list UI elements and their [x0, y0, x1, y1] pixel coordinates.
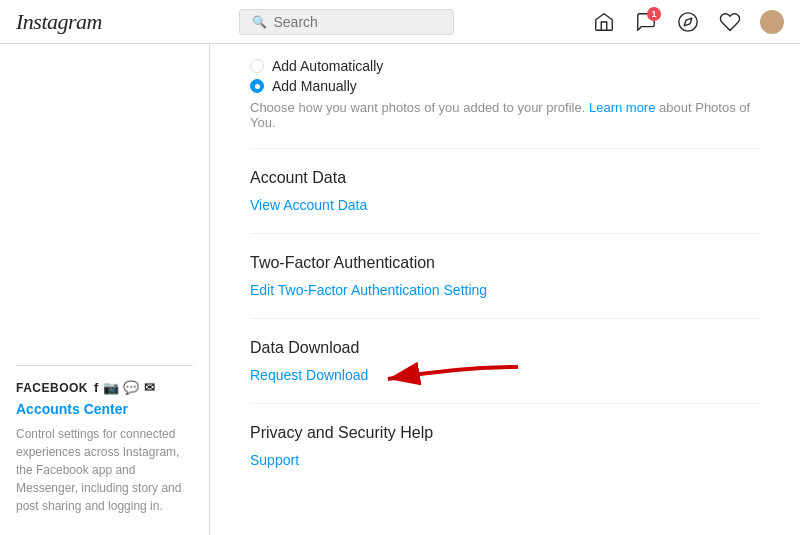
add-manually-option[interactable]: Add Manually — [250, 78, 760, 94]
instagram-small-icon: 📷 — [103, 380, 120, 395]
instagram-logo: Instagram — [16, 9, 102, 35]
facebook-section: FACEBOOK f 📷 💬 ✉ Accounts Center Control… — [16, 365, 193, 515]
facebook-description: Control settings for connected experienc… — [16, 425, 193, 515]
add-manually-label: Add Manually — [272, 78, 357, 94]
svg-point-2 — [769, 15, 776, 22]
svg-point-0 — [679, 12, 697, 30]
svg-marker-1 — [684, 18, 692, 26]
photos-of-you-section: Add Automatically Add Manually Choose ho… — [250, 44, 760, 149]
view-account-data-link[interactable]: View Account Data — [250, 197, 367, 213]
explore-icon[interactable] — [676, 10, 700, 34]
page-container: FACEBOOK f 📷 💬 ✉ Accounts Center Control… — [0, 44, 800, 535]
avatar — [760, 10, 784, 34]
account-data-title: Account Data — [250, 169, 760, 187]
heart-icon[interactable] — [718, 10, 742, 34]
sidebar: FACEBOOK f 📷 💬 ✉ Accounts Center Control… — [0, 44, 210, 535]
main-content: Add Automatically Add Manually Choose ho… — [210, 44, 800, 535]
add-automatically-radio[interactable] — [250, 59, 264, 73]
privacy-help-section: Privacy and Security Help Support — [250, 404, 760, 488]
photos-description: Choose how you want photos of you added … — [250, 100, 760, 130]
home-icon[interactable] — [592, 10, 616, 34]
profile-icon[interactable] — [760, 10, 784, 34]
request-download-link[interactable]: Request Download — [250, 367, 368, 383]
data-download-section: Data Download Request Download — [250, 319, 760, 404]
add-automatically-option[interactable]: Add Automatically — [250, 58, 760, 74]
header-icon-group: 1 — [592, 10, 784, 34]
search-input[interactable] — [273, 14, 441, 30]
account-data-section: Account Data View Account Data — [250, 149, 760, 234]
add-manually-radio[interactable] — [250, 79, 264, 93]
arrow-annotation — [378, 359, 528, 399]
search-bar[interactable]: 🔍 — [239, 9, 454, 35]
two-factor-section: Two-Factor Authentication Edit Two-Facto… — [250, 234, 760, 319]
messenger-icon: 💬 — [123, 380, 140, 395]
two-factor-title: Two-Factor Authentication — [250, 254, 760, 272]
notification-badge: 1 — [647, 7, 661, 21]
privacy-help-title: Privacy and Security Help — [250, 424, 760, 442]
mail-icon: ✉ — [144, 380, 156, 395]
search-icon: 🔍 — [252, 15, 267, 29]
data-download-title: Data Download — [250, 339, 760, 357]
edit-two-factor-link[interactable]: Edit Two-Factor Authentication Setting — [250, 282, 487, 298]
support-link[interactable]: Support — [250, 452, 299, 468]
accounts-center-link[interactable]: Accounts Center — [16, 401, 193, 417]
photo-radio-group: Add Automatically Add Manually — [250, 58, 760, 94]
learn-more-link[interactable]: Learn more — [589, 100, 655, 115]
facebook-title: FACEBOOK f 📷 💬 ✉ — [16, 380, 193, 395]
facebook-icons: f 📷 💬 ✉ — [94, 380, 155, 395]
messages-icon[interactable]: 1 — [634, 10, 658, 34]
header: Instagram 🔍 1 — [0, 0, 800, 44]
add-automatically-label: Add Automatically — [272, 58, 383, 74]
request-download-container: Request Download — [250, 367, 368, 383]
facebook-icon: f — [94, 380, 99, 395]
